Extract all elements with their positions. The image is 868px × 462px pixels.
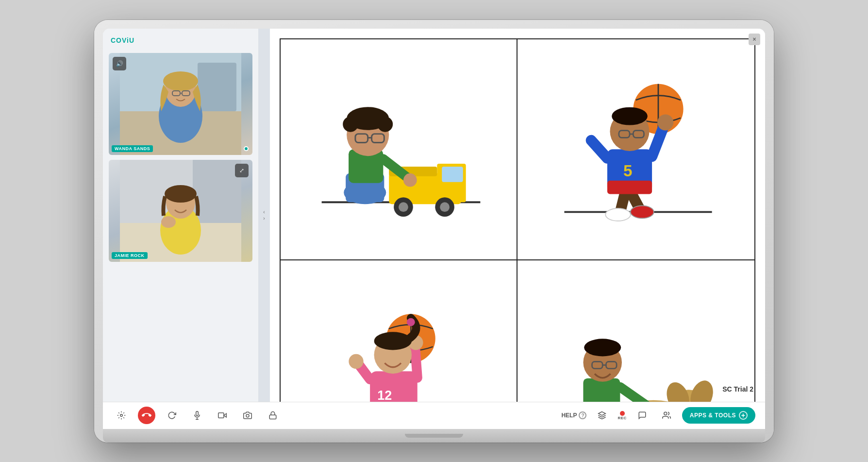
grid-cell-3: 12 [281, 260, 517, 401]
rec-dot [620, 411, 625, 416]
svg-point-21 [399, 202, 408, 212]
illustration-boy-truck [302, 60, 495, 239]
collapse-left-icon: ‹ [263, 209, 265, 215]
toolbar: HELP ? REC [103, 402, 765, 429]
grid-cell-1 [281, 39, 517, 261]
snapshot-icon [243, 411, 252, 420]
layers-button[interactable] [593, 407, 611, 424]
svg-rect-100 [218, 413, 224, 418]
app-main: COViU [103, 29, 765, 402]
lock-icon [268, 411, 277, 420]
close-button[interactable]: × [749, 34, 760, 45]
grid-cell-4 [517, 260, 754, 401]
laptop-frame: COViU [94, 20, 774, 443]
coviu-logo: COViU [109, 34, 252, 48]
svg-point-33 [377, 117, 393, 132]
participants-icon [662, 411, 671, 420]
svg-rect-19 [442, 167, 463, 182]
svg-point-42 [605, 208, 631, 221]
apps-tools-button[interactable]: APPS & TOOLS + [682, 407, 755, 424]
active-indicator [244, 146, 249, 151]
svg-marker-99 [224, 413, 226, 417]
end-call-button[interactable] [138, 407, 155, 424]
expand-icon: ⤢ [239, 167, 244, 174]
svg-line-47 [591, 140, 607, 158]
camera-button[interactable] [214, 407, 231, 424]
panel-collapse-button[interactable]: ‹ › [258, 29, 270, 402]
settings-icon [117, 411, 126, 420]
help-label: HELP [561, 412, 577, 419]
svg-point-101 [246, 414, 249, 417]
expand-button[interactable]: ⤢ [235, 164, 249, 177]
audio-toggle-button[interactable]: 🔊 [113, 57, 126, 70]
refresh-button[interactable] [163, 407, 181, 424]
svg-rect-11 [193, 160, 241, 223]
svg-point-29 [403, 173, 417, 187]
microphone-button[interactable] [188, 407, 206, 424]
svg-point-5 [163, 71, 198, 91]
svg-point-23 [440, 202, 450, 212]
plus-icon: + [739, 411, 748, 420]
jamie-label: JAMIE ROCK [112, 252, 148, 259]
svg-point-32 [343, 117, 358, 132]
svg-line-67 [415, 345, 417, 377]
svg-rect-46 [607, 181, 652, 194]
svg-point-72 [407, 318, 415, 326]
rec-label: REC [618, 416, 626, 420]
grid-cell-2: 5 [517, 39, 754, 261]
content-area: × [270, 29, 765, 402]
svg-text:5: 5 [623, 162, 632, 180]
svg-point-69 [349, 354, 363, 369]
lock-button[interactable] [264, 407, 282, 424]
svg-point-43 [631, 205, 654, 218]
laptop-notch [405, 434, 463, 438]
refresh-icon [167, 411, 176, 420]
svg-text:12: 12 [377, 388, 392, 402]
left-panel: COViU [103, 29, 258, 402]
svg-rect-102 [269, 415, 276, 419]
speaker-icon: 🔊 [116, 60, 123, 67]
illustration-child-dog [539, 281, 733, 402]
svg-rect-87 [584, 378, 620, 402]
participants-button[interactable] [658, 407, 675, 424]
toolbar-right: HELP ? REC [561, 407, 755, 424]
chat-icon [638, 411, 647, 420]
record-button[interactable]: REC [618, 411, 626, 420]
svg-point-14 [165, 185, 197, 203]
svg-point-77 [686, 377, 717, 402]
svg-point-95 [120, 414, 123, 417]
svg-point-51 [612, 107, 648, 125]
image-grid: 5 [280, 38, 755, 402]
svg-point-15 [161, 216, 176, 228]
chat-button[interactable] [634, 407, 651, 424]
wanda-video-tile: 🔊 WANDA SANDS [109, 53, 252, 155]
wanda-avatar [109, 53, 252, 155]
svg-rect-96 [196, 411, 199, 416]
app-container: COViU [103, 29, 765, 429]
illustration-boy-basketball: 5 [539, 60, 733, 239]
svg-line-88 [620, 387, 658, 402]
collapse-right-icon: › [263, 216, 265, 221]
svg-point-91 [584, 339, 621, 356]
illustration-girl-basketball: 12 [302, 281, 495, 402]
camera-icon [218, 411, 227, 420]
help-icon: ? [579, 411, 586, 419]
laptop-base [103, 429, 765, 443]
svg-marker-103 [599, 412, 606, 416]
microphone-icon [193, 411, 201, 420]
trial-label: SC Trial 2 [722, 385, 753, 393]
help-button[interactable]: HELP ? [561, 411, 586, 419]
jamie-avatar [109, 160, 252, 262]
screen-bezel: COViU [103, 29, 765, 429]
toolbar-left [113, 407, 282, 424]
apps-tools-label: APPS & TOOLS [690, 412, 736, 419]
wanda-label: WANDA SANDS [112, 145, 153, 152]
jamie-video-tile: ⤢ JAMIE ROCK [109, 160, 252, 262]
phone-end-icon [142, 411, 151, 420]
svg-rect-2 [198, 63, 236, 111]
logo-text: COViU [111, 36, 134, 44]
settings-button[interactable] [113, 407, 130, 424]
snapshot-button[interactable] [239, 407, 256, 424]
svg-point-104 [664, 412, 667, 415]
layers-icon [598, 411, 606, 420]
